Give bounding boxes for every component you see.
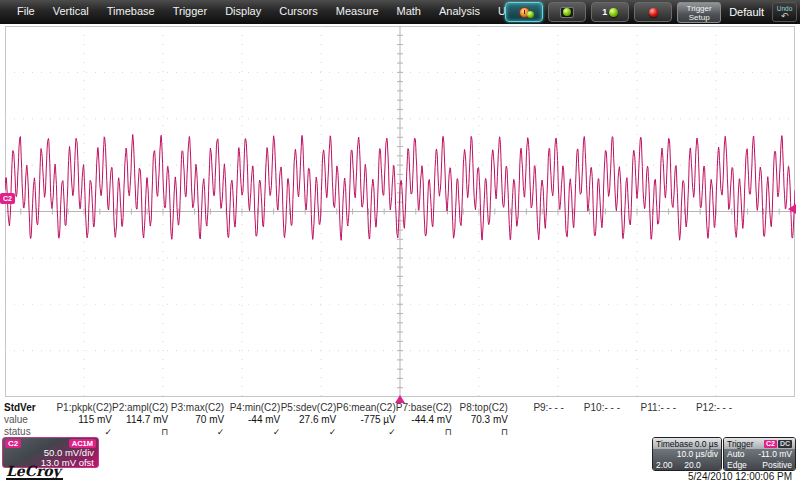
channel-zero-marker[interactable]: C2 <box>0 193 15 204</box>
status-icon <box>564 414 620 426</box>
trigger-level: -11.0 mV <box>758 449 792 460</box>
status-icon: ✓ <box>224 426 280 438</box>
lecroy-logo: LeCroy <box>6 464 63 480</box>
waveform-display[interactable]: C2 <box>5 26 795 397</box>
status-icon: ✓ <box>336 426 395 438</box>
measurement-p6[interactable]: P6:mean(C2) -775 µV ✓ <box>336 402 395 438</box>
stop-icon <box>649 8 658 17</box>
status-icon: ⊓ <box>396 426 452 438</box>
menu-math[interactable]: Math <box>388 0 430 24</box>
single-trigger-button[interactable]: 1 <box>591 2 629 22</box>
measurement-row-labels: StdVer value status <box>4 402 36 438</box>
display-icon <box>560 7 574 18</box>
oscilloscope-grid <box>5 26 795 397</box>
timebase-position: 0.0 µs <box>695 439 718 449</box>
oscilloscope-screen: File Vertical Timebase Trigger Display C… <box>0 0 800 480</box>
menu-trigger[interactable]: Trigger <box>164 0 216 24</box>
trigger-position-marker[interactable] <box>395 395 405 403</box>
menu-items: File Vertical Timebase Trigger Display C… <box>0 0 583 24</box>
measurement-p4[interactable]: P4:min(C2) -44 mV ✓ <box>224 402 280 438</box>
undo-button[interactable]: Undo ↶ <box>772 2 797 22</box>
measurement-p10[interactable]: P10:- - - <box>564 402 620 438</box>
trigger-setup-label-2: Setup <box>682 13 716 22</box>
menu-bar: File Vertical Timebase Trigger Display C… <box>0 0 800 24</box>
status-icon: ✓ <box>280 426 336 438</box>
menu-file[interactable]: File <box>8 0 44 24</box>
status-icon <box>620 414 676 426</box>
menu-analysis[interactable]: Analysis <box>430 0 489 24</box>
measurement-p3[interactable]: P3:max(C2) 70 mV ✓ <box>168 402 224 438</box>
menu-timebase[interactable]: Timebase <box>98 0 164 24</box>
trigger-mode: Auto <box>727 449 745 460</box>
channel-name-badge: C2 <box>5 439 21 448</box>
measurement-p12[interactable]: P12:- - - <box>676 402 732 438</box>
measurement-p11[interactable]: P11:- - - <box>620 402 676 438</box>
menu-cursors[interactable]: Cursors <box>270 0 327 24</box>
timebase-descriptor[interactable]: Timebase 0.0 µs 10.0 µs/div 2.00 MS 20.0… <box>652 437 722 471</box>
trigger-title: Trigger <box>727 439 754 449</box>
measure-set-name: StdVer <box>4 402 36 414</box>
measurement-p8[interactable]: P8:top(C2) 70.3 mV ⊓ <box>452 402 508 438</box>
timebase-scale: 10.0 µs/div <box>677 449 718 460</box>
status-icon <box>676 414 732 426</box>
single-trigger-digit: 1 <box>602 7 607 17</box>
stop-trigger-button[interactable] <box>634 2 672 22</box>
timebase-rate: 20.0 GS/s <box>684 460 718 471</box>
menu-vertical[interactable]: Vertical <box>44 0 98 24</box>
trigger-coupling-badge: DC <box>778 440 792 448</box>
measurement-p7[interactable]: P7:base(C2) -44.4 mV ⊓ <box>396 402 452 438</box>
measurement-p5[interactable]: P5:sdev(C2) 27.6 mV ✓ <box>280 402 336 438</box>
normal-trigger-button[interactable] <box>548 2 586 22</box>
status-icon: ⊓ <box>452 426 508 438</box>
status-icon: ✓ <box>168 426 224 438</box>
datetime-display: 5/24/2010 12:00:06 PM <box>688 471 792 480</box>
timebase-samples: 2.00 MS <box>656 460 684 471</box>
auto-trigger-button[interactable] <box>505 2 543 22</box>
status-icon <box>508 414 564 426</box>
trigger-slope: Positive <box>762 460 792 471</box>
measurement-p1[interactable]: P1:pkpk(C2) 115 mV ✓ <box>56 402 112 438</box>
green-dot-icon <box>527 11 534 18</box>
default-setup-label: Default <box>726 6 767 18</box>
trigger-setup-label-1: Trigger <box>682 4 716 13</box>
menu-display[interactable]: Display <box>216 0 270 24</box>
timebase-title: Timebase <box>656 439 693 449</box>
undo-arrow-icon: ↶ <box>773 12 796 20</box>
trigger-setup-button[interactable]: Trigger Setup <box>677 2 721 23</box>
trigger-type: Edge <box>727 460 747 471</box>
status-icon: ⊓ <box>112 426 168 438</box>
trigger-descriptor[interactable]: Trigger C2 DC Auto -11.0 mV Edge Positiv… <box>723 437 796 471</box>
measurement-p9[interactable]: P9:- - - <box>508 402 564 438</box>
measurement-table: P1:pkpk(C2) 115 mV ✓ P2:ampl(C2) 114.7 m… <box>56 402 732 438</box>
value-row-label: value <box>4 414 36 426</box>
menu-measure[interactable]: Measure <box>327 0 388 24</box>
measurement-p2[interactable]: P2:ampl(C2) 114.7 mV ⊓ <box>112 402 168 438</box>
trigger-mode-toolbar: 1 Trigger Setup Default Undo ↶ <box>505 1 797 23</box>
green-dot-icon <box>609 8 618 17</box>
trigger-level-marker[interactable] <box>788 204 796 214</box>
trigger-source-badge: C2 <box>764 440 777 448</box>
